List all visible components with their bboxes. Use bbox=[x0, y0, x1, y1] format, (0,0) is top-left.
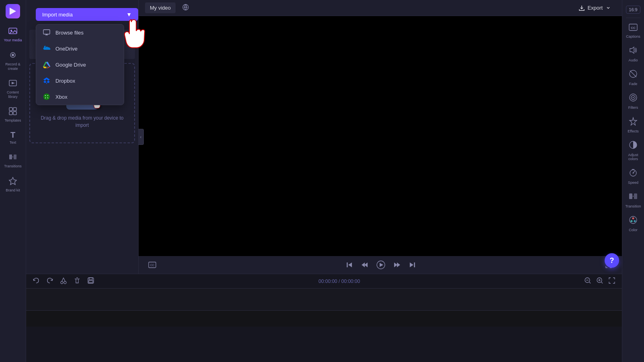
app-logo[interactable] bbox=[5, 3, 21, 19]
rewind-button[interactable] bbox=[360, 260, 370, 270]
play-button[interactable] bbox=[375, 259, 387, 271]
content-library-icon bbox=[8, 79, 17, 89]
svg-marker-67 bbox=[630, 118, 637, 125]
svg-rect-11 bbox=[13, 112, 16, 115]
sidebar-item-brand-kit[interactable]: Brand kit bbox=[0, 173, 25, 196]
redo-button[interactable] bbox=[45, 276, 55, 287]
right-panel-effects[interactable]: Effects bbox=[623, 114, 644, 136]
captions-icon: CC bbox=[629, 24, 638, 33]
svg-line-63 bbox=[630, 71, 636, 77]
collapse-panel-button[interactable]: ‹ bbox=[138, 129, 144, 145]
preview-controls: CC bbox=[139, 256, 622, 274]
svg-marker-37 bbox=[364, 262, 368, 267]
undo-button[interactable] bbox=[31, 276, 41, 287]
top-area: Import media ▼ bbox=[26, 0, 622, 274]
sidebar-label-your-media: Your media bbox=[4, 38, 22, 43]
import-media-button[interactable]: Import media ▼ bbox=[36, 8, 138, 21]
sidebar-label-transitions: Transitions bbox=[4, 164, 22, 169]
svg-point-46 bbox=[64, 281, 66, 284]
timeline-time-display: 00:00:00 / 00:00:00 bbox=[99, 279, 579, 284]
cut-button[interactable] bbox=[58, 276, 69, 287]
sidebar-item-content-library[interactable]: Contentlibrary bbox=[0, 75, 25, 102]
preview-tab-my-video[interactable]: My video bbox=[145, 2, 176, 13]
preview-tab-icon[interactable] bbox=[179, 2, 192, 14]
sidebar-item-record[interactable]: Record & create bbox=[0, 47, 25, 74]
right-panel-color[interactable]: Color bbox=[623, 212, 644, 235]
fade-icon bbox=[629, 69, 638, 80]
svg-marker-40 bbox=[380, 263, 383, 267]
media-panel: Import media ▼ bbox=[26, 0, 139, 274]
media-drop-text: Drag & drop media from your device to im… bbox=[38, 114, 126, 129]
delete-button[interactable] bbox=[72, 276, 82, 287]
captions-label: Captions bbox=[626, 35, 640, 39]
svg-rect-9 bbox=[13, 108, 16, 111]
timeline-toolbar: 00:00:00 / 00:00:00 bbox=[26, 274, 622, 289]
svg-point-45 bbox=[61, 281, 63, 284]
timeline-tracks bbox=[26, 289, 622, 362]
dropdown-onedrive[interactable]: OneDrive bbox=[36, 41, 124, 57]
templates-icon bbox=[8, 107, 17, 117]
transition-label: Transition bbox=[625, 204, 641, 208]
sidebar-label-record: Record & create bbox=[5, 62, 20, 71]
right-panel-transition[interactable]: Transition bbox=[623, 189, 644, 212]
svg-point-66 bbox=[633, 97, 634, 98]
xbox-label: Xbox bbox=[55, 94, 67, 100]
export-label: Export bbox=[587, 5, 603, 11]
dropdown-google-drive[interactable]: Google Drive bbox=[36, 57, 124, 73]
sidebar-item-text[interactable]: T Text bbox=[0, 128, 25, 148]
svg-line-48 bbox=[63, 278, 65, 281]
export-button[interactable]: Export bbox=[574, 2, 615, 14]
adjust-colors-icon bbox=[629, 140, 638, 151]
right-panel-adjust-colors[interactable]: Adjustcolors bbox=[623, 137, 644, 164]
svg-marker-20 bbox=[43, 62, 47, 67]
xbox-icon bbox=[43, 93, 51, 101]
track-row-1 bbox=[26, 289, 622, 311]
svg-line-58 bbox=[601, 282, 603, 283]
dropdown-browse-files[interactable]: Browse files bbox=[36, 24, 124, 41]
fit-timeline-button[interactable] bbox=[607, 276, 617, 287]
sidebar-item-your-media[interactable]: Your media bbox=[0, 23, 25, 46]
timeline-zoom-controls bbox=[583, 276, 617, 287]
skip-forward-button[interactable] bbox=[407, 260, 417, 270]
zoom-in-button[interactable] bbox=[595, 276, 605, 287]
save-button[interactable] bbox=[86, 276, 96, 287]
caption-toggle-button[interactable]: CC bbox=[147, 260, 158, 270]
controls-center bbox=[344, 259, 417, 271]
sidebar-label-brand-kit: Brand kit bbox=[6, 188, 20, 193]
right-panel-filters[interactable]: Filters bbox=[623, 90, 644, 113]
svg-rect-44 bbox=[414, 262, 415, 267]
audio-label: Audio bbox=[628, 58, 638, 62]
dropdown-dropbox[interactable]: Dropbox bbox=[36, 73, 124, 89]
right-panel-fade[interactable]: Fade bbox=[623, 66, 644, 89]
svg-point-5 bbox=[12, 54, 14, 56]
dropdown-xbox[interactable]: Xbox bbox=[36, 89, 124, 105]
sidebar-item-transitions[interactable]: Transitions bbox=[0, 149, 25, 172]
onedrive-icon bbox=[43, 45, 51, 53]
sidebar-item-templates[interactable]: Templates bbox=[0, 104, 25, 126]
right-panel-audio[interactable]: Audio bbox=[623, 43, 644, 65]
sidebar-label-templates: Templates bbox=[4, 118, 21, 123]
svg-rect-10 bbox=[9, 112, 12, 115]
onedrive-label: OneDrive bbox=[55, 46, 78, 52]
svg-marker-43 bbox=[410, 262, 413, 267]
track-row-2 bbox=[26, 311, 622, 327]
right-panel-captions[interactable]: CC Captions bbox=[623, 20, 644, 42]
svg-rect-50 bbox=[89, 278, 92, 280]
google-drive-label: Google Drive bbox=[55, 62, 86, 68]
transitions-icon bbox=[8, 153, 17, 163]
monitor-icon bbox=[43, 28, 51, 37]
svg-marker-25 bbox=[43, 81, 50, 83]
preview-area: My video Export bbox=[139, 0, 622, 274]
sidebar: Your media Record & create Contentlibrar… bbox=[0, 0, 26, 362]
svg-marker-41 bbox=[394, 262, 397, 267]
aspect-ratio-badge[interactable]: 16:9 bbox=[626, 6, 640, 14]
right-panel-speed[interactable]: Speed bbox=[623, 165, 644, 188]
svg-point-28 bbox=[46, 96, 48, 98]
skip-back-button[interactable] bbox=[344, 260, 355, 270]
zoom-out-button[interactable] bbox=[583, 276, 593, 287]
help-button[interactable]: ? bbox=[605, 253, 619, 268]
preview-video bbox=[139, 16, 622, 256]
svg-rect-13 bbox=[14, 155, 16, 159]
filters-icon bbox=[629, 93, 638, 104]
forward-button[interactable] bbox=[392, 260, 402, 270]
